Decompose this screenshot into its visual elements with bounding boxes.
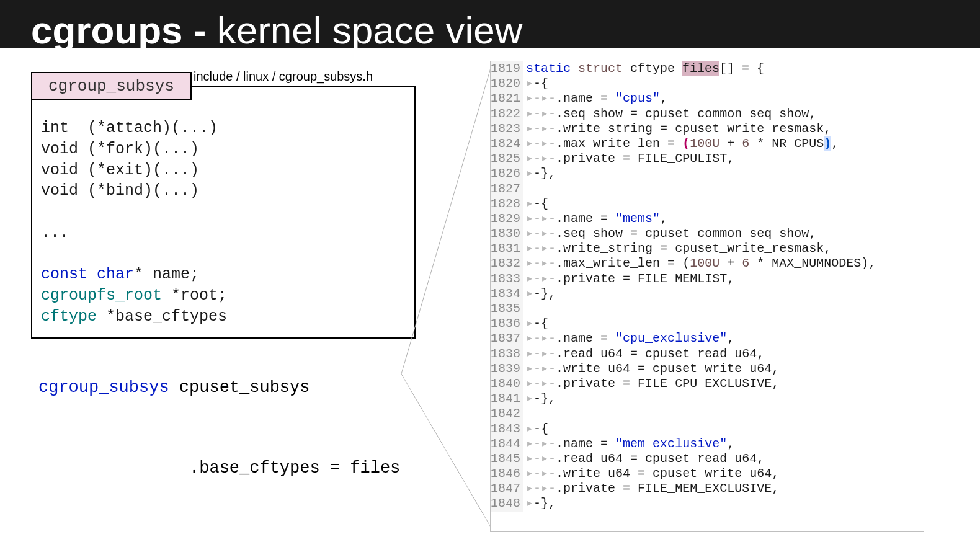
code-line: 1828▸-{ <box>491 197 924 211</box>
code-text: static struct cftype files[] = { <box>523 61 764 76</box>
slide-title: cgroups - kernel space view <box>31 11 949 50</box>
line-number: 1846 <box>491 466 523 481</box>
line-number: 1823 <box>491 122 523 136</box>
code-text: ▸-▸-.name = "cpus", <box>523 91 667 106</box>
code-line: 1822▸-▸-.seq_show = cpuset_common_seq_sh… <box>491 107 924 122</box>
code-text: ▸-▸-.name = "cpu_exclusive", <box>523 331 734 346</box>
code-line: 1820▸-{ <box>491 76 924 91</box>
title-thin: kernel space view <box>217 9 523 51</box>
line-number: 1841 <box>491 391 523 406</box>
code-text: ▸-▸-.seq_show = cpuset_common_seq_show, <box>523 226 816 241</box>
line-number: 1828 <box>491 197 523 211</box>
line-number: 1834 <box>491 287 523 301</box>
title-bold: cgroups - <box>31 9 217 51</box>
code-text: ▸-▸-.private = FILE_CPULIST, <box>523 151 734 166</box>
code-line: 1829▸-▸-.name = "mems", <box>491 211 924 226</box>
line-number: 1836 <box>491 316 523 331</box>
line-number: 1829 <box>491 211 523 226</box>
code-text: ▸-▸-.private = FILE_MEM_EXCLUSIVE, <box>523 481 779 496</box>
line-number: 1840 <box>491 376 523 391</box>
line-number: 1820 <box>491 76 523 91</box>
code-line: 1831▸-▸-.write_string = cpuset_write_res… <box>491 241 924 256</box>
line-number: 1838 <box>491 347 523 362</box>
line-number: 1831 <box>491 241 523 256</box>
code-line: 1839▸-▸-.write_u64 = cpuset_write_u64, <box>491 362 924 376</box>
line-number: 1832 <box>491 256 523 271</box>
line-number: 1843 <box>491 422 523 437</box>
code-line: 1845▸-▸-.read_u64 = cpuset_read_u64, <box>491 451 924 466</box>
code-line: 1841▸-}, <box>491 391 924 406</box>
code-line: 1840▸-▸-.private = FILE_CPU_EXCLUSIVE, <box>491 376 924 391</box>
line-number: 1827 <box>491 182 523 197</box>
code-line: 1847▸-▸-.private = FILE_MEM_EXCLUSIVE, <box>491 481 924 496</box>
code-line: 1826▸-}, <box>491 166 924 181</box>
line-number: 1824 <box>491 136 523 151</box>
line-number: 1844 <box>491 437 523 451</box>
code-line: 1848▸-}, <box>491 496 924 511</box>
code-text: ▸-▸-.name = "mems", <box>523 211 667 226</box>
code-line: 1830▸-▸-.seq_show = cpuset_common_seq_sh… <box>491 226 924 241</box>
struct-tag: cgroup_subsys <box>31 72 192 100</box>
code-line: 1819static struct cftype files[] = { <box>491 61 924 76</box>
code-text: ▸-}, <box>523 287 556 301</box>
code-line: 1844▸-▸-.name = "mem_exclusive", <box>491 437 924 451</box>
code-text: ▸-▸-.read_u64 = cpuset_read_u64, <box>523 451 764 466</box>
line-number: 1819 <box>491 61 523 76</box>
instance-declaration: cgroup_subsys cpuset_subsys .base_cftype… <box>38 321 400 536</box>
code-text: ▸-{ <box>523 316 548 331</box>
code-text: ▸-▸-.name = "mem_exclusive", <box>523 437 734 451</box>
code-text: ▸-▸-.max_write_len = (100U + 6 * MAX_NUM… <box>523 256 876 271</box>
code-text: ▸-▸-.read_u64 = cpuset_read_u64, <box>523 347 764 362</box>
code-line: 1836▸-{ <box>491 316 924 331</box>
svg-line-1 <box>401 374 492 529</box>
slide-title-bar: cgroups - kernel space view <box>0 0 980 48</box>
code-line: 1838▸-▸-.read_u64 = cpuset_read_u64, <box>491 347 924 362</box>
line-number: 1822 <box>491 107 523 122</box>
line-number: 1830 <box>491 226 523 241</box>
code-text: ▸-▸-.write_string = cpuset_write_resmask… <box>523 122 831 136</box>
code-text: ▸-▸-.write_string = cpuset_write_resmask… <box>523 241 831 256</box>
code-line: 1823▸-▸-.write_string = cpuset_write_res… <box>491 122 924 136</box>
line-number: 1848 <box>491 496 523 511</box>
code-line: 1846▸-▸-.write_u64 = cpuset_write_u64, <box>491 466 924 481</box>
code-text: ▸-}, <box>523 391 556 406</box>
code-line: 1824▸-▸-.max_write_len = (100U + 6 * NR_… <box>491 136 924 151</box>
code-text: ▸-▸-.max_write_len = (100U + 6 * NR_CPUS… <box>523 136 839 151</box>
code-line: 1837▸-▸-.name = "cpu_exclusive", <box>491 331 924 346</box>
code-line: 1834▸-}, <box>491 287 924 301</box>
code-text: ▸-▸-.private = FILE_MEMLIST, <box>523 272 734 287</box>
code-line: 1842 <box>491 406 924 421</box>
line-number: 1826 <box>491 166 523 181</box>
code-line: 1843▸-{ <box>491 422 924 437</box>
header-file-path: include / linux / cgroup_subsys.h <box>194 69 373 84</box>
code-line: 1835 <box>491 301 924 316</box>
code-panel: 1819static struct cftype files[] = {1820… <box>490 61 924 532</box>
code-line: 1825▸-▸-.private = FILE_CPULIST, <box>491 151 924 166</box>
code-line: 1833▸-▸-.private = FILE_MEMLIST, <box>491 272 924 287</box>
slide-content: cgroup_subsys include / linux / cgroup_s… <box>0 48 980 535</box>
code-text <box>523 406 526 421</box>
code-text: ▸-▸-.seq_show = cpuset_common_seq_show, <box>523 107 816 122</box>
code-text: ▸-▸-.write_u64 = cpuset_write_u64, <box>523 362 779 376</box>
code-line: 1827 <box>491 182 924 197</box>
line-number: 1842 <box>491 406 523 421</box>
line-number: 1839 <box>491 362 523 376</box>
code-text: ▸-}, <box>523 496 556 511</box>
instance-line-2: .base_cftypes = files <box>38 455 400 482</box>
code-text <box>523 301 526 316</box>
code-text: ▸-{ <box>523 422 548 437</box>
line-number: 1835 <box>491 301 523 316</box>
code-text: ▸-{ <box>523 76 548 91</box>
line-number: 1833 <box>491 272 523 287</box>
code-text: ▸-▸-.write_u64 = cpuset_write_u64, <box>523 466 779 481</box>
instance-line-1: cgroup_subsys cpuset_subsys <box>38 375 400 401</box>
struct-body: int (*attach)(...) void (*fork)(...) voi… <box>41 118 406 327</box>
code-text <box>523 182 526 197</box>
line-number: 1847 <box>491 481 523 496</box>
code-text: ▸-}, <box>523 166 556 181</box>
code-text: ▸-{ <box>523 197 548 211</box>
struct-box: cgroup_subsys include / linux / cgroup_s… <box>31 86 416 339</box>
code-text: ▸-▸-.private = FILE_CPU_EXCLUSIVE, <box>523 376 779 391</box>
line-number: 1821 <box>491 91 523 106</box>
code-line: 1832▸-▸-.max_write_len = (100U + 6 * MAX… <box>491 256 924 271</box>
